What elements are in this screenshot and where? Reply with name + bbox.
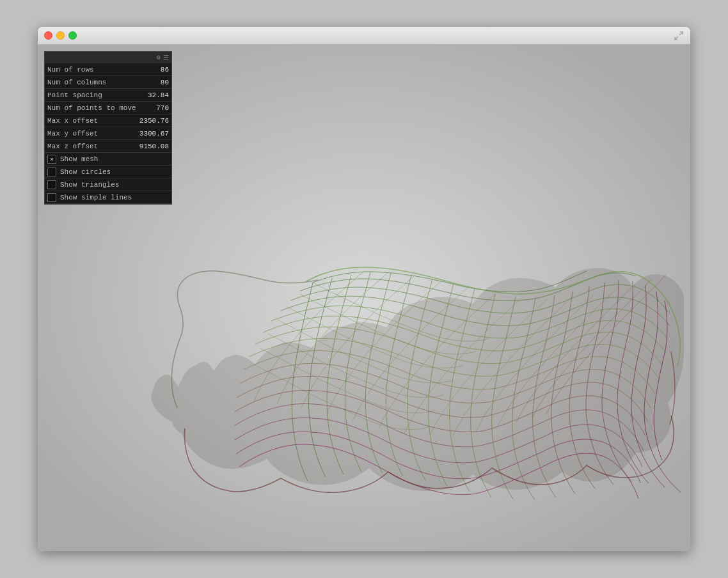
checkbox-label: Show circles bbox=[60, 168, 111, 176]
param-label: Max z offset bbox=[47, 143, 98, 150]
menu-icon[interactable]: ☰ bbox=[163, 54, 169, 61]
param-value: 32.84 bbox=[148, 91, 169, 99]
checkbox-row[interactable]: Show mesh bbox=[45, 153, 171, 166]
main-window: ⚙ ☰ Num of rows86Num of columns80Point s… bbox=[38, 27, 690, 551]
param-row[interactable]: Point spacing32.84 bbox=[45, 89, 171, 102]
param-label: Num of rows bbox=[47, 66, 94, 74]
param-row[interactable]: Num of columns80 bbox=[45, 76, 171, 89]
param-row[interactable]: Num of points to move770 bbox=[45, 102, 171, 114]
param-row[interactable]: Max y offset3300.67 bbox=[45, 127, 171, 140]
param-row[interactable]: Num of rows86 bbox=[45, 63, 171, 76]
settings-icon[interactable]: ⚙ bbox=[157, 54, 161, 61]
checkbox-label: Show mesh bbox=[60, 155, 98, 163]
param-label: Max x offset bbox=[47, 117, 98, 125]
checkbox-box bbox=[47, 168, 56, 176]
expand-icon[interactable] bbox=[674, 31, 684, 41]
param-label: Num of columns bbox=[47, 79, 106, 86]
checkbox-box bbox=[47, 180, 56, 189]
param-value: 770 bbox=[156, 104, 169, 112]
param-value: 3300.67 bbox=[139, 130, 169, 137]
close-button[interactable] bbox=[44, 31, 52, 40]
maximize-button[interactable] bbox=[68, 31, 77, 40]
param-label: Point spacing bbox=[47, 91, 102, 99]
minimize-button[interactable] bbox=[56, 31, 65, 40]
traffic-lights bbox=[44, 31, 77, 40]
param-value: 2350.76 bbox=[139, 117, 169, 125]
params-container: Num of rows86Num of columns80Point spaci… bbox=[45, 63, 171, 153]
panel-header: ⚙ ☰ bbox=[45, 52, 171, 63]
param-label: Num of points to move bbox=[47, 104, 136, 112]
viewport: ⚙ ☰ Num of rows86Num of columns80Point s… bbox=[38, 45, 690, 551]
param-value: 80 bbox=[161, 79, 169, 86]
checkbox-label: Show simple lines bbox=[60, 194, 132, 201]
checkbox-label: Show triangles bbox=[60, 181, 119, 189]
param-value: 86 bbox=[161, 66, 169, 74]
checkbox-row[interactable]: Show simple lines bbox=[45, 191, 171, 204]
param-label: Max y offset bbox=[47, 130, 98, 137]
checkbox-box bbox=[47, 155, 56, 164]
checkboxes-container: Show meshShow circlesShow trianglesShow … bbox=[45, 153, 171, 204]
param-value: 9150.08 bbox=[139, 143, 169, 150]
titlebar bbox=[38, 27, 690, 45]
checkbox-box bbox=[47, 193, 56, 202]
checkbox-row[interactable]: Show triangles bbox=[45, 178, 171, 191]
checkbox-row[interactable]: Show circles bbox=[45, 166, 171, 178]
param-row[interactable]: Max z offset9150.08 bbox=[45, 140, 171, 153]
param-row[interactable]: Max x offset2350.76 bbox=[45, 114, 171, 127]
control-panel: ⚙ ☰ Num of rows86Num of columns80Point s… bbox=[44, 51, 172, 205]
